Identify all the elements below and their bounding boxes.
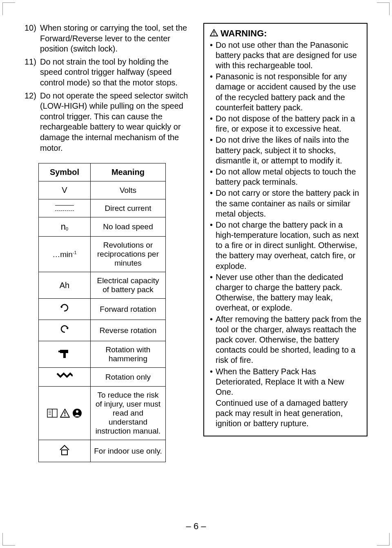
svg-point-14 <box>214 34 214 35</box>
bullet-text: Do not dispose of the battery pack in a … <box>216 114 362 134</box>
table-row: n0 No load speed <box>39 217 166 237</box>
list-item: •Panasonic is not responsible for any da… <box>210 72 362 113</box>
symbol-cell <box>39 387 91 440</box>
bullet-text: Never use other than the dedicated charg… <box>216 272 362 313</box>
svg-point-9 <box>65 415 66 416</box>
warning-box: WARNING: •Do not use other than the Pana… <box>203 23 368 436</box>
list-item: 11) Do not strain the tool by holding th… <box>24 57 189 88</box>
item-number: 11) <box>24 57 40 88</box>
bullet-text: When the Battery Pack Has Deteriorated, … <box>216 367 362 398</box>
meaning-cell: To reduce the risk of injury, user must … <box>91 387 166 440</box>
svg-rect-1 <box>63 353 66 358</box>
list-item: •Do not carry or store the battery pack … <box>210 188 362 219</box>
symbol-cell <box>39 199 91 217</box>
warning-label: WARNING: <box>220 28 267 39</box>
bullet-icon: • <box>210 40 216 71</box>
bullet-icon: • <box>210 220 216 271</box>
meaning-cell: Rotation with hammering <box>91 341 166 368</box>
symbol-cell <box>39 299 91 320</box>
bullet-text: Do not use other than the Panasonic batt… <box>216 40 362 71</box>
table-row: Rotation only <box>39 368 166 387</box>
bullet-icon: • <box>210 135 216 166</box>
read-manual-icons <box>42 408 87 418</box>
list-item: •When the Battery Pack Has Deteriorated,… <box>210 367 362 398</box>
warning-triangle-icon <box>60 409 70 418</box>
crop-mark-top-right <box>377 2 390 15</box>
item-text: Do not strain the tool by holding the sp… <box>40 57 189 88</box>
crop-mark-top-left <box>2 2 15 15</box>
list-item: •Do not charge the battery pack in a hig… <box>210 220 362 271</box>
symbol-cell <box>39 341 91 368</box>
no-load-speed-icon: n0 <box>61 221 68 232</box>
bullet-text: Do not carry or store the battery pack i… <box>216 188 362 219</box>
table-header-row: Symbol Meaning <box>39 163 166 181</box>
two-column-layout: 10) When storing or carrying the tool, s… <box>24 23 368 462</box>
person-reading-icon <box>72 408 82 418</box>
svg-point-11 <box>76 410 78 413</box>
bullet-icon: • <box>210 114 216 134</box>
meaning-cell: Direct current <box>91 199 166 217</box>
left-column: 10) When storing or carrying the tool, s… <box>24 23 189 462</box>
symbol-cell <box>39 440 91 462</box>
symbol-cell <box>39 368 91 387</box>
bullet-text: Panasonic is not responsible for any dam… <box>216 72 362 113</box>
bullet-icon: • <box>210 367 216 398</box>
list-item: •Do not drive the likes of nails into th… <box>210 135 362 166</box>
table-row: Direct current <box>39 199 166 217</box>
list-item: •Do not allow metal objects to touch the… <box>210 167 362 187</box>
svg-rect-0 <box>60 350 68 353</box>
manual-page: 10) When storing or carrying the tool, s… <box>0 0 392 548</box>
item-number: 10) <box>24 23 40 54</box>
table-row: To reduce the risk of injury, user must … <box>39 387 166 440</box>
crop-mark-bottom-left <box>2 533 15 546</box>
table-row: Rotation with hammering <box>39 341 166 368</box>
bullet-icon: • <box>210 167 216 187</box>
symbol-cell: Ah <box>39 272 91 299</box>
reverse-rotation-icon <box>59 324 70 337</box>
symbol-cell: …min-1 <box>39 237 91 272</box>
bullet-text: Do not drive the likes of nails into the… <box>216 135 362 166</box>
list-item: •Never use other than the dedicated char… <box>210 272 362 313</box>
item-text: Do not operate the speed selector switch… <box>40 91 189 154</box>
meaning-cell: Reverse rotation <box>91 320 166 341</box>
item-text: When storing or carrying the tool, set t… <box>40 23 189 54</box>
crop-mark-bottom-right <box>377 533 390 546</box>
numbered-list: 10) When storing or carrying the tool, s… <box>24 23 189 153</box>
indoor-use-icon <box>58 444 71 458</box>
drill-icon <box>56 372 73 382</box>
list-item: •Do not dispose of the battery pack in a… <box>210 114 362 134</box>
symbols-table: Symbol Meaning V Volts Direct current <box>38 163 166 462</box>
book-icon <box>47 409 58 418</box>
meaning-cell: Forward rotation <box>91 299 166 320</box>
bullet-icon: • <box>210 72 216 113</box>
meaning-cell: Revolutions or reciprocations per minute… <box>91 237 166 272</box>
warning-triangle-icon <box>210 28 218 39</box>
symbol-cell: V <box>39 181 91 199</box>
forward-rotation-icon <box>59 303 70 315</box>
table-row: Ah Electrical capacity of battery pack <box>39 272 166 299</box>
svg-rect-12 <box>62 450 67 455</box>
bullet-text: Do not allow metal objects to touch the … <box>216 167 362 187</box>
meaning-cell: For indoor use only. <box>91 440 166 462</box>
warning-continuation: Continued use of a damaged battery pack … <box>216 398 362 429</box>
table-row: …min-1 Revolutions or reciprocations per… <box>39 237 166 272</box>
item-number: 12) <box>24 91 40 154</box>
meaning-cell: No load speed <box>91 217 166 237</box>
meaning-cell: Rotation only <box>91 368 166 387</box>
bullet-icon: • <box>210 272 216 313</box>
symbol-cell: n0 <box>39 217 91 237</box>
meaning-header: Meaning <box>91 163 166 181</box>
list-item: 10) When storing or carrying the tool, s… <box>24 23 189 54</box>
bullet-text: After removing the battery pack from the… <box>216 314 362 366</box>
table-row: Forward rotation <box>39 299 166 320</box>
meaning-cell: Volts <box>91 181 166 199</box>
bullet-text: Do not charge the battery pack in a high… <box>216 220 362 271</box>
svg-rect-2 <box>58 351 60 352</box>
page-number: – 6 – <box>0 521 392 532</box>
direct-current-icon <box>55 205 74 211</box>
symbol-cell <box>39 320 91 341</box>
table-row: V Volts <box>39 181 166 199</box>
list-item: 12) Do not operate the speed selector sw… <box>24 91 189 154</box>
bullet-icon: • <box>210 188 216 219</box>
warning-bullet-list: •Do not use other than the Panasonic bat… <box>210 40 362 397</box>
